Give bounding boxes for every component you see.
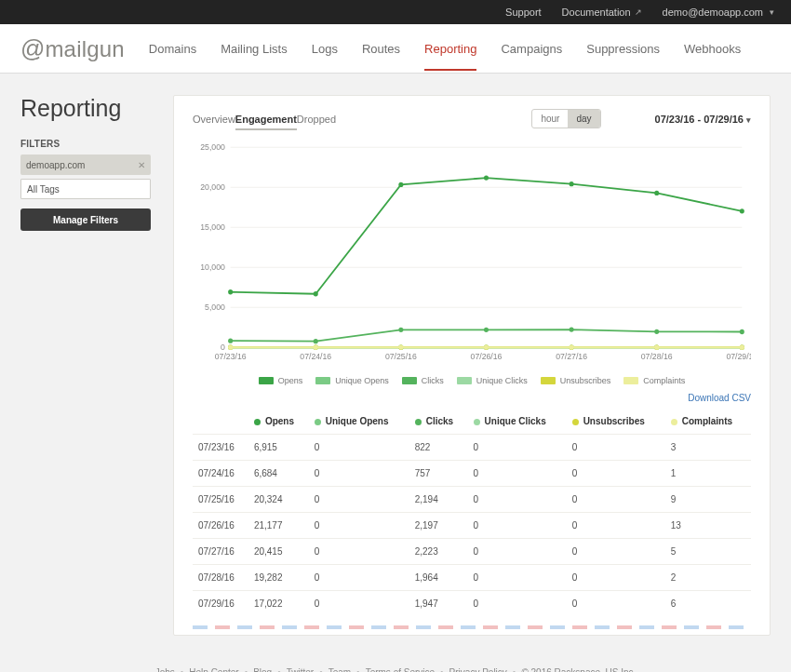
cell-opens: 20,415 xyxy=(248,539,309,565)
svg-point-59 xyxy=(654,345,659,350)
svg-text:07/27/16: 07/27/16 xyxy=(556,351,587,360)
page-footer: Jobs•Help Center•Blog•Twitter•Team•Terms… xyxy=(0,645,791,672)
legend-label: Unique Clicks xyxy=(476,376,528,385)
footer-link[interactable]: Blog xyxy=(253,667,272,672)
svg-text:07/23/16: 07/23/16 xyxy=(215,351,247,360)
table-row: 07/24/166,6840757001 xyxy=(193,461,751,487)
table-row: 07/23/166,9150822003 xyxy=(193,435,751,461)
cell-uopens: 0 xyxy=(309,513,409,539)
svg-point-23 xyxy=(570,181,574,186)
cell-clicks: 757 xyxy=(409,461,468,487)
granularity-toggle[interactable]: hourday xyxy=(531,109,600,128)
nav-suppressions[interactable]: Suppressions xyxy=(586,27,660,71)
legend-swatch xyxy=(315,377,330,384)
table-row: 07/28/1619,28201,964002 xyxy=(193,565,751,591)
cell-unsubs: 0 xyxy=(567,435,665,461)
th-date xyxy=(193,409,248,435)
legend-label: Clicks xyxy=(422,376,444,385)
support-link[interactable]: Support xyxy=(505,7,542,18)
decorative-stripe xyxy=(193,625,751,629)
granularity-hour[interactable]: hour xyxy=(532,110,568,128)
account-menu[interactable]: demo@demoapp.com xyxy=(663,7,774,18)
table-row: 07/29/1617,02201,947006 xyxy=(193,591,751,617)
legend-item[interactable]: Clicks xyxy=(402,376,444,385)
legend-swatch xyxy=(259,377,274,384)
remove-filter-icon[interactable]: ✕ xyxy=(138,160,145,170)
cell-complaints: 9 xyxy=(665,487,751,513)
legend-item[interactable]: Complaints xyxy=(623,376,685,385)
footer-link[interactable]: Team xyxy=(328,667,351,672)
main-nav: @mailgun DomainsMailing ListsLogsRoutesR… xyxy=(0,24,791,73)
report-card: OverviewEngagementDropped hourday 07/23/… xyxy=(173,95,771,636)
nav-logs[interactable]: Logs xyxy=(312,27,338,71)
svg-point-25 xyxy=(740,208,744,213)
nav-campaigns[interactable]: Campaigns xyxy=(501,27,562,71)
cell-unsubs: 0 xyxy=(567,591,665,617)
cell-clicks: 2,197 xyxy=(409,513,468,539)
cell-date: 07/28/16 xyxy=(193,565,248,591)
svg-point-39 xyxy=(740,329,744,334)
svg-text:07/26/16: 07/26/16 xyxy=(471,351,503,360)
th-complaints: Complaints xyxy=(665,409,751,435)
chart-legend: OpensUnique OpensClicksUnique ClicksUnsu… xyxy=(193,376,751,385)
cell-uclicks: 0 xyxy=(468,461,567,487)
footer-link[interactable]: Privacy Policy xyxy=(449,667,507,672)
cell-uclicks: 0 xyxy=(468,487,567,513)
legend-label: Complaints xyxy=(643,376,685,385)
mailgun-logo[interactable]: @mailgun xyxy=(20,34,125,63)
svg-text:25,000: 25,000 xyxy=(200,142,225,152)
nav-routes[interactable]: Routes xyxy=(362,27,400,71)
granularity-day[interactable]: day xyxy=(568,110,599,128)
tab-overview[interactable]: Overview xyxy=(193,114,235,130)
footer-link[interactable]: Help Center xyxy=(189,667,238,672)
svg-point-37 xyxy=(570,327,574,331)
svg-text:07/28/16: 07/28/16 xyxy=(641,351,673,360)
column-dot-icon xyxy=(671,419,677,425)
cell-clicks: 822 xyxy=(409,435,468,461)
th-opens: Opens xyxy=(248,409,309,435)
filter-chip-domain[interactable]: demoapp.com ✕ xyxy=(20,155,151,175)
nav-domains[interactable]: Domains xyxy=(149,27,196,71)
cell-clicks: 1,964 xyxy=(409,565,468,591)
legend-item[interactable]: Unique Opens xyxy=(315,376,389,385)
svg-point-35 xyxy=(398,328,403,332)
cell-opens: 6,684 xyxy=(248,461,309,487)
tab-engagement[interactable]: Engagement xyxy=(235,114,297,130)
legend-item[interactable]: Opens xyxy=(259,376,303,385)
legend-item[interactable]: Unique Clicks xyxy=(457,376,528,385)
legend-label: Opens xyxy=(278,376,303,385)
column-dot-icon xyxy=(254,419,261,425)
tab-dropped[interactable]: Dropped xyxy=(297,114,336,130)
manage-filters-button[interactable]: Manage Filters xyxy=(20,208,151,231)
cell-complaints: 13 xyxy=(665,513,751,539)
footer-link[interactable]: Twitter xyxy=(287,667,314,672)
cell-uclicks: 0 xyxy=(468,539,567,565)
nav-reporting[interactable]: Reporting xyxy=(424,27,476,71)
th-clicks: Clicks xyxy=(409,409,468,435)
footer-link[interactable]: Jobs xyxy=(155,667,175,672)
date-range-picker[interactable]: 07/23/16 - 07/29/16 xyxy=(655,114,751,125)
column-dot-icon xyxy=(315,419,321,425)
cell-unsubs: 0 xyxy=(567,461,665,487)
nav-mailing-lists[interactable]: Mailing Lists xyxy=(221,27,288,71)
table-row: 07/27/1620,41502,223005 xyxy=(193,539,751,565)
svg-text:10,000: 10,000 xyxy=(200,262,225,272)
filter-tags-select[interactable]: All Tags xyxy=(20,179,151,199)
report-tabs: OverviewEngagementDropped hourday 07/23/… xyxy=(193,109,751,128)
nav-webhooks[interactable]: Webhooks xyxy=(684,27,741,71)
download-csv-link[interactable]: Download CSV xyxy=(688,393,751,403)
cell-complaints: 3 xyxy=(665,435,751,461)
table-row: 07/25/1620,32402,194009 xyxy=(193,487,751,513)
footer-link[interactable]: Terms of Service xyxy=(366,667,435,672)
legend-item[interactable]: Unsubscribes xyxy=(541,376,611,385)
cell-date: 07/23/16 xyxy=(193,435,248,461)
table-row: 07/26/1621,17702,1970013 xyxy=(193,513,751,539)
cell-clicks: 2,223 xyxy=(409,539,468,565)
cell-uopens: 0 xyxy=(309,591,409,617)
cell-unsubs: 0 xyxy=(567,565,665,591)
cell-date: 07/24/16 xyxy=(193,461,248,487)
legend-label: Unique Opens xyxy=(335,376,389,385)
cell-uopens: 0 xyxy=(309,435,409,461)
cell-opens: 6,915 xyxy=(248,435,309,461)
documentation-link[interactable]: Documentation xyxy=(562,7,642,18)
